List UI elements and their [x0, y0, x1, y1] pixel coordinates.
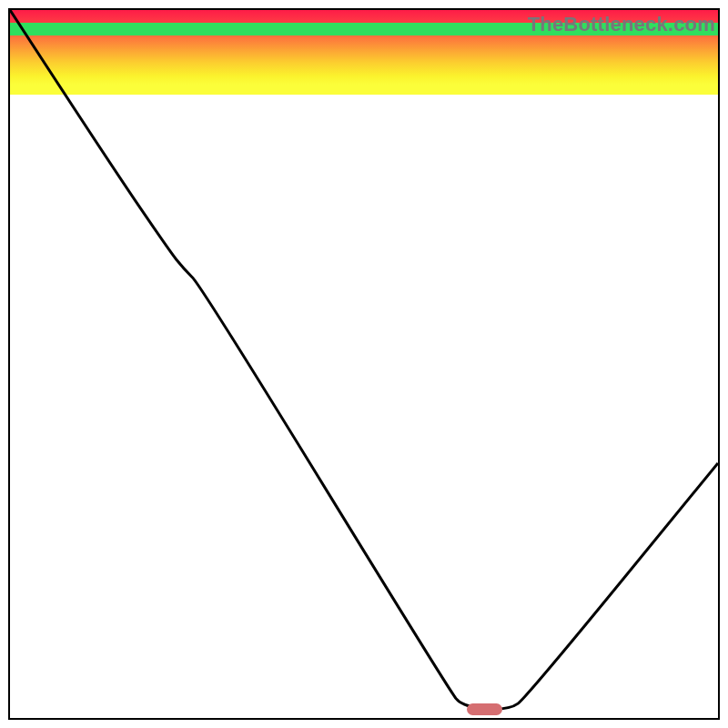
marker-pill [467, 703, 502, 714]
plot-area [10, 10, 718, 718]
watermark-text: TheBottleneck.com [528, 13, 715, 36]
curve-path [10, 10, 718, 709]
chart-container: TheBottleneck.com [0, 0, 728, 728]
curve-svg [10, 10, 718, 718]
